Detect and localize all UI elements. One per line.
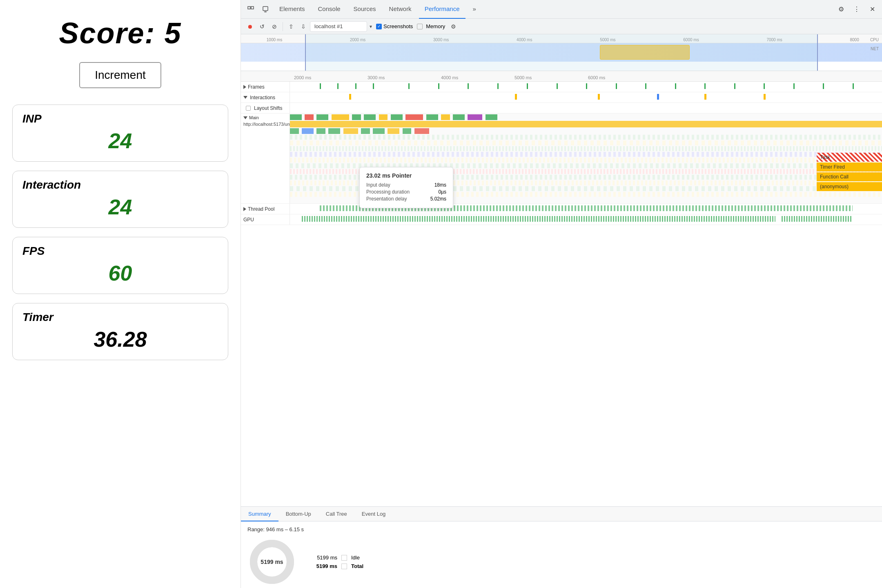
bottom-tabs: Summary Bottom-Up Call Tree Event Log [241,507,882,521]
svg-rect-2 [263,7,268,11]
inp-label: INP [22,112,218,125]
thread-pool-expand-icon[interactable] [243,207,246,211]
tooltip-presentation-label: Presentation delay [366,196,407,202]
timeline-main[interactable]: 2000 ms 3000 ms 4000 ms 5000 ms 6000 ms … [241,71,882,506]
tab-summary[interactable]: Summary [241,507,278,521]
tooltip-input-delay-value: 18ms [434,182,446,188]
record-icon[interactable]: ⏺ [244,21,256,32]
thread-pool-label: Thread Pool [241,204,290,214]
gpu-label: GPU [241,214,290,225]
tab-network[interactable]: Network [383,0,417,19]
increment-button[interactable]: Increment [79,62,161,88]
interaction-bar [598,94,600,100]
screenshots-checkbox-row: ✓ Screenshots [376,23,413,29]
interaction-tooltip: 23.02 ms Pointer Input delay 18ms Proces… [359,167,453,208]
thread-pool-track: Thread Pool [241,204,882,214]
interaction-bar-selected [657,94,659,100]
interactions-expand-icon[interactable] [243,96,247,99]
tooltip-processing-value: 0µs [438,189,446,195]
timeline-selection[interactable] [305,34,818,71]
total-legend-row: 5199 ms Total [313,563,363,569]
tooltip-input-delay-row: Input delay 18ms [366,182,446,188]
tab-console[interactable]: Console [312,0,346,19]
frames-expand-icon[interactable] [243,85,246,89]
url-display: localhost #1 [310,21,367,32]
legend-timer-fired: Timer Fired [817,163,882,172]
frame-bar [616,83,617,89]
legend-task: Task [817,153,882,162]
url-dropdown[interactable]: ▾ [370,24,372,29]
interactions-content[interactable] [290,92,882,101]
tooltip-processing-label: Processing duration [366,189,410,195]
frame-bar [793,83,795,89]
settings-icon[interactable]: ⚙ [835,3,848,16]
frame-bar [704,83,706,89]
idle-legend-row: 5199 ms Idle [313,555,363,561]
interaction-bar [764,94,766,100]
tooltip-input-delay-label: Input delay [366,182,390,188]
score-value: 5 [165,17,182,49]
close-icon[interactable]: ✕ [866,3,879,16]
main-label: Main http://localhost:5173/understandin [241,114,290,203]
idle-label: Idle [351,555,360,561]
capture-settings-icon[interactable]: ⚙ [448,21,459,32]
more-icon[interactable]: ⋮ [850,3,863,16]
layout-shifts-checkbox[interactable] [246,106,251,111]
interaction-label: Interaction [22,178,218,192]
net-label: NET [871,47,879,51]
legend-anonymous: (anonymous) [817,182,882,191]
svg-rect-1 [251,7,254,9]
frame-bar [764,83,765,89]
timeline-overview[interactable]: 1000 ms 2000 ms 3000 ms 4000 ms 5000 ms … [241,34,882,71]
left-panel: Score: 5 Increment INP 24 Interaction 24… [0,0,241,588]
tooltip-presentation-row: Presentation delay 5.02ms [366,196,446,202]
idle-color-box [341,555,347,561]
download-icon[interactable]: ⇩ [298,21,309,32]
gpu-content[interactable] [290,214,882,223]
svg-rect-0 [248,7,250,9]
inspect-icon[interactable] [244,3,257,16]
frame-bar [468,83,469,89]
tab-call-tree[interactable]: Call Tree [318,507,354,521]
tab-elements[interactable]: Elements [274,0,311,19]
timeline-ruler2: 2000 ms 3000 ms 4000 ms 5000 ms 6000 ms [241,71,882,82]
tab-bottom-up[interactable]: Bottom-Up [278,507,318,521]
tab-performance[interactable]: Performance [419,0,466,19]
interaction-bar [704,94,706,100]
legend-function-call: Function Call [817,172,882,181]
tab-more[interactable]: » [467,0,482,19]
donut-label: 5199 ms [261,559,283,565]
reload-record-icon[interactable]: ↺ [256,21,268,32]
upload-icon[interactable]: ⇧ [285,21,297,32]
performance-toolbar: ⏺ ↺ ⊘ ⇧ ⇩ localhost #1 ▾ ✓ Screenshots M… [241,19,882,34]
frame-bar [557,83,558,89]
main-track: Main http://localhost:5173/understandin [241,114,882,204]
memory-checkbox[interactable] [417,24,423,29]
fps-card: FPS 60 [12,237,228,294]
gpu-track: GPU [241,214,882,225]
clear-icon[interactable]: ⊘ [269,21,280,32]
summary-row: 5199 ms 5199 ms Idle 5199 ms Total [247,537,875,586]
timer-value: 36.28 [22,327,218,352]
tab-sources[interactable]: Sources [348,0,382,19]
tab-event-log[interactable]: Event Log [354,507,393,521]
frames-content[interactable] [290,82,882,91]
device-icon[interactable] [259,3,272,16]
devtools-header-right: ⚙ ⋮ ✕ [835,3,879,16]
layout-shifts-track: Layout Shifts [241,103,882,114]
fps-value: 60 [22,261,218,285]
total-color-box [341,564,347,569]
frame-bar [645,83,646,89]
inp-card: INP 24 [12,105,228,162]
frame-bar [373,83,374,89]
interaction-card: Interaction 24 [12,171,228,228]
tooltip-processing-row: Processing duration 0µs [366,189,446,195]
screenshots-checkbox[interactable]: ✓ [376,24,382,29]
frames-track: Frames [241,82,882,92]
inp-value: 24 [22,129,218,153]
layout-shifts-content[interactable] [290,103,882,110]
summary-legend: 5199 ms Idle 5199 ms Total [313,555,363,569]
frame-bar [408,83,410,89]
main-expand-icon[interactable] [243,116,247,119]
frame-bar [527,83,528,89]
